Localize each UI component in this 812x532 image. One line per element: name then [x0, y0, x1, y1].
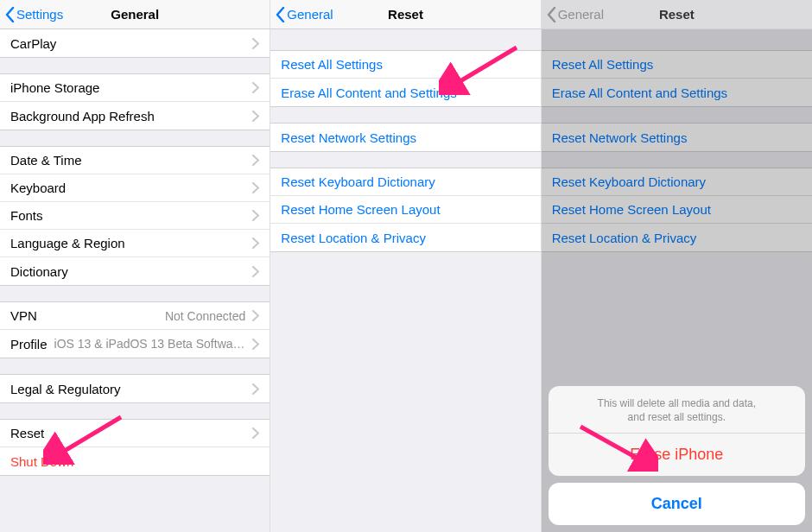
action-sheet-card: This will delete all media and data, and…	[549, 386, 805, 476]
chevron-right-icon	[252, 383, 259, 395]
chevron-left-icon	[5, 7, 15, 22]
cell-label: iPhone Storage	[10, 80, 99, 95]
cell-profile[interactable]: Profile iOS 13 & iPadOS 13 Beta Software…	[0, 330, 270, 358]
cell-reset-location-privacy[interactable]: Reset Location & Privacy	[270, 224, 540, 251]
cell-legal-regulatory[interactable]: Legal & Regulatory	[0, 375, 270, 402]
back-label: Settings	[16, 7, 63, 22]
chevron-right-icon	[252, 428, 259, 439]
cell-label: Shut Down	[10, 454, 73, 469]
chevron-right-icon	[252, 155, 259, 166]
cell-label: Erase All Content and Settings	[281, 86, 456, 100]
cell-label: Language & Region	[10, 236, 125, 250]
cell-value: iOS 13 & iPadOS 13 Beta Software Pr…	[48, 337, 246, 351]
cell-background-app-refresh[interactable]: Background App Refresh	[0, 102, 270, 130]
cell-label: Keyboard	[10, 180, 66, 195]
cell-reset[interactable]: Reset	[0, 420, 270, 447]
cell-vpn[interactable]: VPN Not Connected	[0, 302, 270, 330]
chevron-left-icon	[547, 7, 556, 22]
cell-label: Background App Refresh	[10, 109, 155, 124]
cell-label: Reset All Settings	[281, 57, 383, 72]
chevron-right-icon	[252, 82, 259, 93]
cell-erase-all-content[interactable]: Erase All Content and Settings	[270, 79, 540, 106]
content: Reset All Settings Erase All Content and…	[270, 29, 540, 532]
chevron-left-icon	[276, 7, 285, 22]
cell-iphone-storage[interactable]: iPhone Storage	[0, 74, 270, 102]
screen-reset-sheet: General Reset Reset All Settings Erase A…	[542, 0, 812, 532]
cell-label: Dictionary	[10, 264, 68, 279]
navbar: General Reset	[542, 0, 812, 29]
cell-label: Fonts	[10, 208, 43, 223]
cell-reset-home-screen[interactable]: Reset Home Screen Layout	[270, 196, 540, 224]
back-button[interactable]: Settings	[0, 7, 63, 22]
back-label: General	[287, 7, 333, 22]
cell-keyboard[interactable]: Keyboard	[0, 174, 270, 202]
cell-label: Reset Location & Privacy	[281, 231, 426, 245]
cell-label: Profile	[10, 337, 48, 352]
cell-label: VPN	[10, 308, 37, 323]
cell-label: Reset Home Screen Layout	[281, 202, 440, 217]
chevron-right-icon	[252, 238, 259, 249]
back-button: General	[542, 7, 604, 22]
cell-label: Date & Time	[10, 153, 82, 168]
cell-date-time[interactable]: Date & Time	[0, 147, 270, 174]
cell-language-region[interactable]: Language & Region	[0, 230, 270, 257]
action-sheet-message: This will delete all media and data, and…	[549, 386, 805, 434]
cell-shut-down[interactable]: Shut Down	[0, 447, 270, 475]
navbar: Settings General	[0, 0, 270, 29]
cancel-button[interactable]: Cancel	[549, 483, 805, 525]
chevron-right-icon	[252, 266, 259, 277]
cell-label: Reset Keyboard Dictionary	[281, 174, 435, 189]
content: Reset All Settings Erase All Content and…	[542, 29, 812, 532]
chevron-right-icon	[252, 339, 259, 350]
cell-reset-all-settings[interactable]: Reset All Settings	[270, 51, 540, 79]
cell-value: Not Connected	[37, 309, 245, 323]
cell-label: Reset Network Settings	[281, 130, 416, 145]
cell-reset-network[interactable]: Reset Network Settings	[270, 124, 540, 151]
cell-dictionary[interactable]: Dictionary	[0, 257, 270, 285]
cell-carplay[interactable]: CarPlay	[0, 29, 270, 57]
chevron-right-icon	[252, 210, 259, 221]
chevron-right-icon	[252, 111, 259, 122]
cell-label: Reset	[10, 426, 44, 440]
cell-fonts[interactable]: Fonts	[0, 202, 270, 230]
erase-iphone-button[interactable]: Erase iPhone	[549, 434, 805, 476]
screen-general: Settings General CarPlay iPhone Storage	[0, 0, 270, 532]
back-label: General	[558, 7, 604, 22]
screen-reset: General Reset Reset All Settings Erase A…	[270, 0, 541, 532]
navbar: General Reset	[270, 0, 540, 29]
chevron-right-icon	[252, 38, 259, 49]
chevron-right-icon	[252, 310, 259, 321]
chevron-right-icon	[252, 182, 259, 193]
back-button[interactable]: General	[270, 7, 333, 22]
cell-reset-keyboard-dictionary[interactable]: Reset Keyboard Dictionary	[270, 168, 540, 196]
cell-label: Legal & Regulatory	[10, 382, 121, 396]
content: CarPlay iPhone Storage Background App Re…	[0, 29, 270, 532]
action-sheet: This will delete all media and data, and…	[549, 386, 805, 525]
cell-label: CarPlay	[10, 36, 56, 51]
